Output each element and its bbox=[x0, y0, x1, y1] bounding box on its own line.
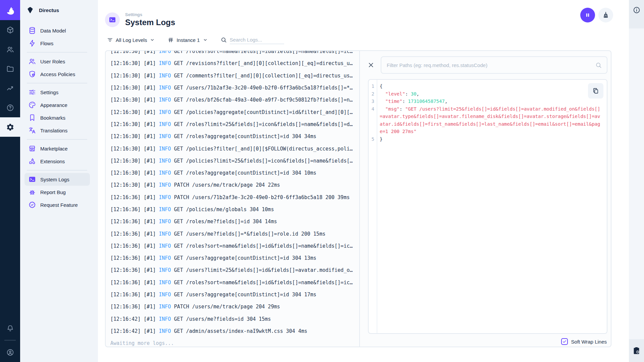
header-actions bbox=[580, 8, 613, 22]
log-row[interactable]: [12:16:30] [#1] INFO PATCH /users/me/tra… bbox=[110, 179, 356, 191]
sidebar-item-label: Extensions bbox=[40, 159, 65, 164]
log-row[interactable]: [12:16:36] [#1] INFO GET /users?aggregat… bbox=[110, 252, 356, 264]
log-level-filter[interactable]: All Log Levels bbox=[107, 37, 155, 43]
module-spacer bbox=[0, 137, 20, 318]
code-token bbox=[380, 99, 385, 104]
close-icon bbox=[367, 61, 375, 69]
nav-sidebar: Directus Data ModelFlowsUser RolesAccess… bbox=[20, 0, 98, 362]
search-logs-input[interactable] bbox=[230, 36, 284, 44]
log-level: INFO bbox=[159, 73, 171, 79]
directus-logo-button[interactable] bbox=[0, 0, 20, 20]
sidebar-item-user-roles[interactable]: User Roles bbox=[24, 55, 90, 68]
log-list[interactable]: [12:16:30] [#1] INFO GET /roles?sort=nam… bbox=[106, 51, 360, 347]
log-row[interactable]: [12:16:36] [#1] INFO GET /users/me?field… bbox=[110, 228, 356, 240]
log-row[interactable]: [12:16:36] [#1] INFO GET /users?aggregat… bbox=[110, 289, 356, 301]
clipboard-clock-icon[interactable] bbox=[632, 347, 641, 355]
sidebar-item-label: System Logs bbox=[40, 177, 69, 182]
palette-icon bbox=[28, 101, 36, 109]
page-icon-badge bbox=[105, 12, 120, 27]
module-item-files[interactable] bbox=[0, 59, 20, 78]
clear-logs-button[interactable] bbox=[598, 8, 613, 22]
soft-wrap-checkbox[interactable] bbox=[561, 338, 568, 345]
copy-button[interactable] bbox=[588, 83, 603, 99]
log-row[interactable]: [12:16:36] [#1] INFO GET /roles/me?field… bbox=[110, 216, 356, 228]
module-item-insights[interactable] bbox=[0, 78, 20, 98]
log-detail-pane: 1{2 "level": 30,3 "time": 1731064587547,… bbox=[360, 51, 611, 347]
log-timestamp: [12:16:36] [#1] bbox=[110, 219, 159, 225]
sidebar-item-system-logs[interactable]: System Logs bbox=[24, 173, 90, 186]
log-level: INFO bbox=[159, 219, 171, 225]
log-row[interactable]: [12:16:36] [#1] INFO PATCH /users/71b2af… bbox=[110, 191, 356, 203]
code-content: "level": 30, bbox=[377, 90, 603, 98]
sidebar-item-marketplace[interactable]: Marketplace bbox=[24, 142, 90, 155]
sidebar-item-flows[interactable]: Flows bbox=[24, 37, 90, 50]
avatar-icon bbox=[6, 348, 14, 357]
log-level: INFO bbox=[159, 194, 171, 200]
log-row[interactable]: [12:16:30] [#1] INFO GET /roles?aggregat… bbox=[110, 167, 356, 179]
log-row[interactable]: [12:16:36] [#1] INFO GET /roles?sort=nam… bbox=[110, 277, 356, 289]
module-item-help[interactable] bbox=[0, 98, 20, 117]
sidebar-item-label: Settings bbox=[40, 89, 58, 95]
log-row[interactable]: [12:16:36] [#1] INFO GET /users?limit=25… bbox=[110, 264, 356, 276]
sidebar-item-translations[interactable]: Translations bbox=[24, 124, 90, 137]
log-row[interactable]: [12:16:30] [#1] INFO GET /roles?limit=25… bbox=[110, 118, 356, 130]
log-row[interactable]: [12:16:30] [#1] INFO GET /roles?sort=nam… bbox=[110, 51, 356, 57]
sidebar-item-bookmarks[interactable]: Bookmarks bbox=[24, 111, 90, 124]
log-row[interactable]: [12:16:30] [#1] INFO GET /policies?aggre… bbox=[110, 106, 356, 118]
log-row[interactable]: [12:16:36] [#1] INFO PATCH /users/me/tra… bbox=[110, 301, 356, 313]
nav-divider bbox=[27, 170, 87, 171]
project-row[interactable]: Directus bbox=[20, 0, 98, 20]
log-row[interactable]: [12:16:42] [#1] INFO GET /admin/assets/i… bbox=[110, 325, 356, 337]
log-message: GET /roles?sort=name&fields[]=id&fields[… bbox=[171, 243, 353, 249]
module-item-profile[interactable] bbox=[0, 343, 20, 362]
main-content: Settings System Logs All Log Levels Inst… bbox=[98, 0, 629, 362]
line-number: 2 bbox=[369, 90, 377, 98]
log-row[interactable]: [12:16:42] [#1] INFO GET /users/me?field… bbox=[110, 313, 356, 325]
database-icon bbox=[28, 26, 36, 35]
module-item-users[interactable] bbox=[0, 40, 20, 59]
sidebar-item-extensions[interactable]: Extensions bbox=[24, 155, 90, 168]
log-footer: Awaiting more logs... bbox=[110, 337, 356, 347]
log-level: INFO bbox=[159, 109, 171, 115]
log-level: INFO bbox=[159, 133, 171, 139]
close-detail-button[interactable] bbox=[365, 59, 377, 71]
module-bottom bbox=[0, 318, 20, 362]
module-item-notifications[interactable] bbox=[0, 318, 20, 338]
line-number: 5 bbox=[369, 135, 377, 143]
log-row[interactable]: [12:16:30] [#1] INFO GET /policies?filte… bbox=[110, 142, 356, 155]
log-level: INFO bbox=[159, 255, 171, 261]
module-divider bbox=[4, 340, 16, 341]
nav-divider bbox=[27, 52, 87, 53]
sidebar-item-access-policies[interactable]: Access Policies bbox=[24, 68, 90, 80]
log-timestamp: [12:16:30] [#1] bbox=[110, 97, 159, 103]
log-row[interactable]: [12:16:36] [#1] INFO GET /policies/me/gl… bbox=[110, 203, 356, 216]
sidebar-item-report-bug[interactable]: Report Bug bbox=[24, 186, 90, 198]
log-message: GET /roles/bf26cfab-49a3-40e0-a9f7-bcf9c… bbox=[171, 97, 353, 103]
log-row[interactable]: [12:16:30] [#1] INFO GET /users/71b2af3e… bbox=[110, 82, 356, 94]
toggle-live-logs-button[interactable] bbox=[580, 8, 595, 22]
filter-paths-input[interactable] bbox=[387, 62, 595, 68]
bolt-icon bbox=[28, 39, 36, 47]
log-row[interactable]: [12:16:30] [#1] INFO GET /comments?filte… bbox=[110, 70, 356, 82]
sidebar-item-data-model[interactable]: Data Model bbox=[24, 24, 90, 37]
module-item-content[interactable] bbox=[0, 20, 20, 40]
instance-filter[interactable]: Instance 1 bbox=[167, 37, 208, 43]
log-row[interactable]: [12:16:30] [#1] INFO GET /roles?aggregat… bbox=[110, 130, 356, 142]
sidebar-item-settings[interactable]: Settings bbox=[24, 86, 90, 99]
sidebar-item-label: Report Bug bbox=[40, 189, 66, 195]
sidebar-item-appearance[interactable]: Appearance bbox=[24, 99, 90, 111]
log-row[interactable]: [12:16:30] [#1] INFO GET /revisions?filt… bbox=[110, 57, 356, 69]
log-shell: [12:16:30] [#1] INFO GET /roles?sort=nam… bbox=[105, 50, 611, 347]
log-level: INFO bbox=[159, 51, 171, 54]
sidebar-item-request-feature[interactable]: Request Feature bbox=[24, 198, 90, 211]
sidebar-item-label: Access Policies bbox=[40, 71, 75, 77]
log-level: INFO bbox=[159, 97, 171, 103]
log-row[interactable]: [12:16:30] [#1] INFO GET /policies?limit… bbox=[110, 155, 356, 167]
module-item-settings[interactable] bbox=[0, 117, 20, 137]
log-level: INFO bbox=[159, 182, 171, 188]
log-row[interactable]: [12:16:30] [#1] INFO GET /roles/bf26cfab… bbox=[110, 94, 356, 106]
insights-icon bbox=[6, 84, 14, 93]
info-icon[interactable] bbox=[633, 6, 641, 14]
log-level: INFO bbox=[159, 316, 171, 322]
log-row[interactable]: [12:16:36] [#1] INFO GET /roles?sort=nam… bbox=[110, 240, 356, 252]
